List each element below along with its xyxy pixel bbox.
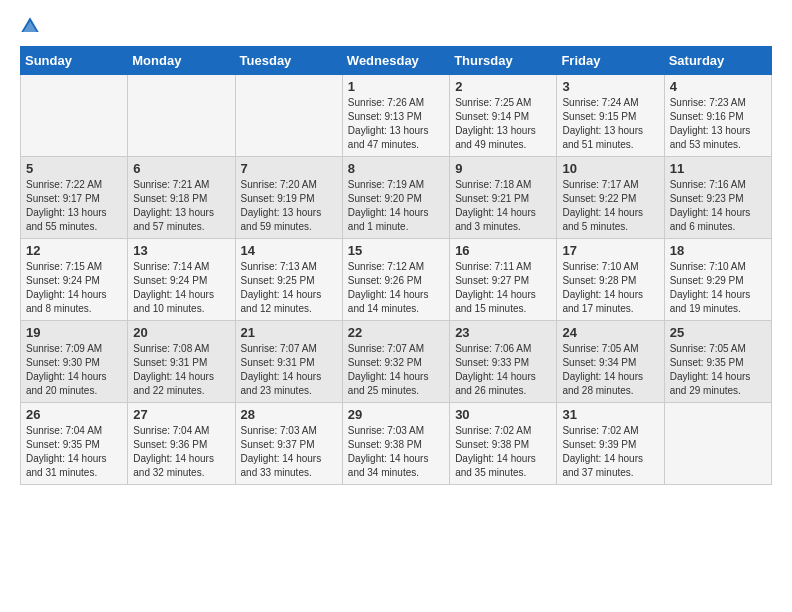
- calendar-cell: 8Sunrise: 7:19 AM Sunset: 9:20 PM Daylig…: [342, 157, 449, 239]
- calendar-cell: 21Sunrise: 7:07 AM Sunset: 9:31 PM Dayli…: [235, 321, 342, 403]
- day-number: 26: [26, 407, 122, 422]
- week-row: 1Sunrise: 7:26 AM Sunset: 9:13 PM Daylig…: [21, 75, 772, 157]
- day-info: Sunrise: 7:06 AM Sunset: 9:33 PM Dayligh…: [455, 342, 551, 398]
- day-info: Sunrise: 7:22 AM Sunset: 9:17 PM Dayligh…: [26, 178, 122, 234]
- day-header-sunday: Sunday: [21, 47, 128, 75]
- calendar-cell: 19Sunrise: 7:09 AM Sunset: 9:30 PM Dayli…: [21, 321, 128, 403]
- calendar-header: SundayMondayTuesdayWednesdayThursdayFrid…: [21, 47, 772, 75]
- day-number: 30: [455, 407, 551, 422]
- calendar-cell: 16Sunrise: 7:11 AM Sunset: 9:27 PM Dayli…: [450, 239, 557, 321]
- day-number: 24: [562, 325, 658, 340]
- day-number: 2: [455, 79, 551, 94]
- day-info: Sunrise: 7:05 AM Sunset: 9:35 PM Dayligh…: [670, 342, 766, 398]
- calendar-cell: 6Sunrise: 7:21 AM Sunset: 9:18 PM Daylig…: [128, 157, 235, 239]
- calendar-cell: 12Sunrise: 7:15 AM Sunset: 9:24 PM Dayli…: [21, 239, 128, 321]
- day-number: 16: [455, 243, 551, 258]
- day-header-thursday: Thursday: [450, 47, 557, 75]
- day-info: Sunrise: 7:12 AM Sunset: 9:26 PM Dayligh…: [348, 260, 444, 316]
- day-number: 18: [670, 243, 766, 258]
- calendar-cell: 10Sunrise: 7:17 AM Sunset: 9:22 PM Dayli…: [557, 157, 664, 239]
- day-number: 9: [455, 161, 551, 176]
- day-number: 25: [670, 325, 766, 340]
- day-number: 11: [670, 161, 766, 176]
- day-number: 31: [562, 407, 658, 422]
- day-number: 13: [133, 243, 229, 258]
- calendar-cell: [21, 75, 128, 157]
- calendar-cell: 28Sunrise: 7:03 AM Sunset: 9:37 PM Dayli…: [235, 403, 342, 485]
- day-info: Sunrise: 7:11 AM Sunset: 9:27 PM Dayligh…: [455, 260, 551, 316]
- calendar-cell: 3Sunrise: 7:24 AM Sunset: 9:15 PM Daylig…: [557, 75, 664, 157]
- day-header-saturday: Saturday: [664, 47, 771, 75]
- day-info: Sunrise: 7:02 AM Sunset: 9:39 PM Dayligh…: [562, 424, 658, 480]
- calendar-cell: [235, 75, 342, 157]
- week-row: 26Sunrise: 7:04 AM Sunset: 9:35 PM Dayli…: [21, 403, 772, 485]
- calendar-cell: 31Sunrise: 7:02 AM Sunset: 9:39 PM Dayli…: [557, 403, 664, 485]
- day-info: Sunrise: 7:18 AM Sunset: 9:21 PM Dayligh…: [455, 178, 551, 234]
- day-info: Sunrise: 7:05 AM Sunset: 9:34 PM Dayligh…: [562, 342, 658, 398]
- day-info: Sunrise: 7:15 AM Sunset: 9:24 PM Dayligh…: [26, 260, 122, 316]
- day-number: 22: [348, 325, 444, 340]
- header: [20, 16, 772, 36]
- calendar-cell: 22Sunrise: 7:07 AM Sunset: 9:32 PM Dayli…: [342, 321, 449, 403]
- calendar-cell: 13Sunrise: 7:14 AM Sunset: 9:24 PM Dayli…: [128, 239, 235, 321]
- day-number: 12: [26, 243, 122, 258]
- calendar-cell: 5Sunrise: 7:22 AM Sunset: 9:17 PM Daylig…: [21, 157, 128, 239]
- day-info: Sunrise: 7:13 AM Sunset: 9:25 PM Dayligh…: [241, 260, 337, 316]
- calendar-cell: 23Sunrise: 7:06 AM Sunset: 9:33 PM Dayli…: [450, 321, 557, 403]
- day-info: Sunrise: 7:16 AM Sunset: 9:23 PM Dayligh…: [670, 178, 766, 234]
- day-number: 4: [670, 79, 766, 94]
- header-row: SundayMondayTuesdayWednesdayThursdayFrid…: [21, 47, 772, 75]
- day-info: Sunrise: 7:07 AM Sunset: 9:31 PM Dayligh…: [241, 342, 337, 398]
- day-number: 15: [348, 243, 444, 258]
- calendar-cell: 29Sunrise: 7:03 AM Sunset: 9:38 PM Dayli…: [342, 403, 449, 485]
- day-info: Sunrise: 7:25 AM Sunset: 9:14 PM Dayligh…: [455, 96, 551, 152]
- calendar-cell: [128, 75, 235, 157]
- calendar-cell: 14Sunrise: 7:13 AM Sunset: 9:25 PM Dayli…: [235, 239, 342, 321]
- day-number: 23: [455, 325, 551, 340]
- day-info: Sunrise: 7:17 AM Sunset: 9:22 PM Dayligh…: [562, 178, 658, 234]
- day-header-tuesday: Tuesday: [235, 47, 342, 75]
- day-number: 10: [562, 161, 658, 176]
- day-number: 14: [241, 243, 337, 258]
- calendar-cell: 4Sunrise: 7:23 AM Sunset: 9:16 PM Daylig…: [664, 75, 771, 157]
- calendar-cell: 7Sunrise: 7:20 AM Sunset: 9:19 PM Daylig…: [235, 157, 342, 239]
- day-number: 29: [348, 407, 444, 422]
- day-number: 28: [241, 407, 337, 422]
- calendar-cell: 1Sunrise: 7:26 AM Sunset: 9:13 PM Daylig…: [342, 75, 449, 157]
- calendar-cell: 25Sunrise: 7:05 AM Sunset: 9:35 PM Dayli…: [664, 321, 771, 403]
- day-number: 3: [562, 79, 658, 94]
- day-info: Sunrise: 7:04 AM Sunset: 9:36 PM Dayligh…: [133, 424, 229, 480]
- day-number: 5: [26, 161, 122, 176]
- calendar-cell: 15Sunrise: 7:12 AM Sunset: 9:26 PM Dayli…: [342, 239, 449, 321]
- day-info: Sunrise: 7:24 AM Sunset: 9:15 PM Dayligh…: [562, 96, 658, 152]
- calendar-body: 1Sunrise: 7:26 AM Sunset: 9:13 PM Daylig…: [21, 75, 772, 485]
- day-info: Sunrise: 7:04 AM Sunset: 9:35 PM Dayligh…: [26, 424, 122, 480]
- calendar-cell: 17Sunrise: 7:10 AM Sunset: 9:28 PM Dayli…: [557, 239, 664, 321]
- day-info: Sunrise: 7:19 AM Sunset: 9:20 PM Dayligh…: [348, 178, 444, 234]
- calendar-cell: 26Sunrise: 7:04 AM Sunset: 9:35 PM Dayli…: [21, 403, 128, 485]
- week-row: 19Sunrise: 7:09 AM Sunset: 9:30 PM Dayli…: [21, 321, 772, 403]
- day-info: Sunrise: 7:10 AM Sunset: 9:29 PM Dayligh…: [670, 260, 766, 316]
- day-number: 21: [241, 325, 337, 340]
- calendar-cell: 11Sunrise: 7:16 AM Sunset: 9:23 PM Dayli…: [664, 157, 771, 239]
- day-header-wednesday: Wednesday: [342, 47, 449, 75]
- calendar-cell: 27Sunrise: 7:04 AM Sunset: 9:36 PM Dayli…: [128, 403, 235, 485]
- calendar-cell: 20Sunrise: 7:08 AM Sunset: 9:31 PM Dayli…: [128, 321, 235, 403]
- day-number: 1: [348, 79, 444, 94]
- day-number: 20: [133, 325, 229, 340]
- calendar-cell: 2Sunrise: 7:25 AM Sunset: 9:14 PM Daylig…: [450, 75, 557, 157]
- day-info: Sunrise: 7:03 AM Sunset: 9:38 PM Dayligh…: [348, 424, 444, 480]
- day-info: Sunrise: 7:14 AM Sunset: 9:24 PM Dayligh…: [133, 260, 229, 316]
- day-header-monday: Monday: [128, 47, 235, 75]
- day-info: Sunrise: 7:08 AM Sunset: 9:31 PM Dayligh…: [133, 342, 229, 398]
- day-number: 8: [348, 161, 444, 176]
- day-number: 6: [133, 161, 229, 176]
- calendar-cell: [664, 403, 771, 485]
- week-row: 5Sunrise: 7:22 AM Sunset: 9:17 PM Daylig…: [21, 157, 772, 239]
- calendar-cell: 24Sunrise: 7:05 AM Sunset: 9:34 PM Dayli…: [557, 321, 664, 403]
- day-number: 7: [241, 161, 337, 176]
- day-number: 27: [133, 407, 229, 422]
- logo-icon: [20, 16, 40, 36]
- week-row: 12Sunrise: 7:15 AM Sunset: 9:24 PM Dayli…: [21, 239, 772, 321]
- day-info: Sunrise: 7:07 AM Sunset: 9:32 PM Dayligh…: [348, 342, 444, 398]
